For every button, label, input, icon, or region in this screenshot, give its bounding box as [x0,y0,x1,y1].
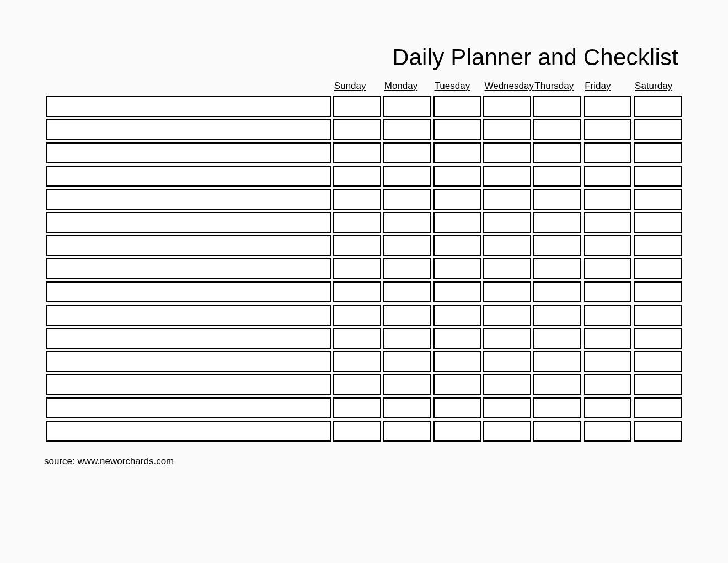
day-cell[interactable] [333,282,381,302]
day-cell[interactable] [533,166,581,187]
day-cell[interactable] [383,374,431,395]
day-cell[interactable] [433,421,481,442]
task-cell[interactable] [46,397,331,418]
task-cell[interactable] [46,142,331,163]
task-cell[interactable] [46,328,331,349]
day-cell[interactable] [433,235,481,256]
day-cell[interactable] [584,258,631,279]
day-cell[interactable] [333,96,381,117]
day-cell[interactable] [383,328,431,349]
day-cell[interactable] [533,421,581,442]
day-cell[interactable] [634,142,682,163]
day-cell[interactable] [483,374,531,395]
task-cell[interactable] [46,235,331,256]
day-cell[interactable] [483,235,531,256]
day-cell[interactable] [584,351,631,372]
day-cell[interactable] [533,142,581,163]
day-cell[interactable] [533,282,581,302]
day-cell[interactable] [634,397,682,418]
task-cell[interactable] [46,374,331,395]
day-cell[interactable] [333,351,381,372]
day-cell[interactable] [333,235,381,256]
day-cell[interactable] [533,351,581,372]
day-cell[interactable] [533,397,581,418]
day-cell[interactable] [433,374,481,395]
day-cell[interactable] [584,305,631,326]
day-cell[interactable] [383,166,431,187]
day-cell[interactable] [333,258,381,279]
day-cell[interactable] [533,96,581,117]
day-cell[interactable] [584,189,631,210]
day-cell[interactable] [333,305,381,326]
task-cell[interactable] [46,282,331,302]
task-cell[interactable] [46,189,331,210]
day-cell[interactable] [333,166,381,187]
day-cell[interactable] [533,305,581,326]
day-cell[interactable] [584,212,631,233]
day-cell[interactable] [533,258,581,279]
day-cell[interactable] [483,305,531,326]
day-cell[interactable] [433,166,481,187]
day-cell[interactable] [634,258,682,279]
day-cell[interactable] [634,212,682,233]
day-cell[interactable] [634,421,682,442]
day-cell[interactable] [634,374,682,395]
task-cell[interactable] [46,96,331,117]
day-cell[interactable] [433,397,481,418]
day-cell[interactable] [634,305,682,326]
day-cell[interactable] [584,374,631,395]
day-cell[interactable] [483,258,531,279]
day-cell[interactable] [383,212,431,233]
day-cell[interactable] [634,189,682,210]
day-cell[interactable] [433,258,481,279]
day-cell[interactable] [333,397,381,418]
day-cell[interactable] [533,328,581,349]
day-cell[interactable] [584,328,631,349]
day-cell[interactable] [383,189,431,210]
day-cell[interactable] [383,421,431,442]
day-cell[interactable] [584,142,631,163]
task-cell[interactable] [46,258,331,279]
day-cell[interactable] [634,119,682,140]
task-cell[interactable] [46,305,331,326]
day-cell[interactable] [584,282,631,302]
day-cell[interactable] [584,119,631,140]
day-cell[interactable] [433,142,481,163]
day-cell[interactable] [533,374,581,395]
day-cell[interactable] [584,235,631,256]
day-cell[interactable] [483,351,531,372]
day-cell[interactable] [483,142,531,163]
day-cell[interactable] [333,212,381,233]
day-cell[interactable] [433,328,481,349]
day-cell[interactable] [483,189,531,210]
day-cell[interactable] [483,397,531,418]
day-cell[interactable] [383,397,431,418]
day-cell[interactable] [634,96,682,117]
day-cell[interactable] [333,119,381,140]
day-cell[interactable] [584,96,631,117]
day-cell[interactable] [383,96,431,117]
day-cell[interactable] [333,421,381,442]
task-cell[interactable] [46,212,331,233]
day-cell[interactable] [433,351,481,372]
day-cell[interactable] [383,282,431,302]
day-cell[interactable] [433,96,481,117]
day-cell[interactable] [483,328,531,349]
day-cell[interactable] [433,119,481,140]
day-cell[interactable] [333,189,381,210]
day-cell[interactable] [634,328,682,349]
task-cell[interactable] [46,119,331,140]
day-cell[interactable] [483,166,531,187]
task-cell[interactable] [46,351,331,372]
day-cell[interactable] [483,212,531,233]
day-cell[interactable] [634,282,682,302]
day-cell[interactable] [584,166,631,187]
task-cell[interactable] [46,421,331,442]
day-cell[interactable] [634,235,682,256]
day-cell[interactable] [333,142,381,163]
day-cell[interactable] [433,282,481,302]
day-cell[interactable] [383,235,431,256]
day-cell[interactable] [383,258,431,279]
day-cell[interactable] [383,351,431,372]
day-cell[interactable] [483,119,531,140]
